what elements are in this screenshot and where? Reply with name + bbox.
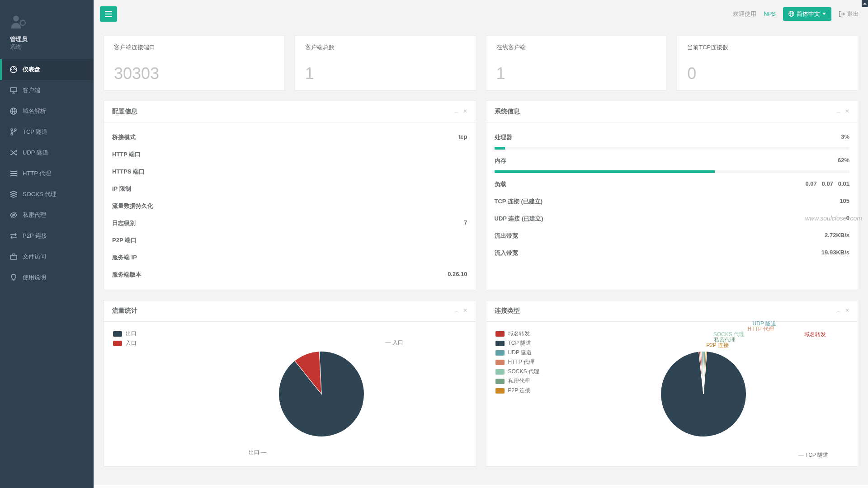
nav-item-7[interactable]: 私密代理 [0,205,94,225]
legend-label: 出口 [126,330,137,338]
svg-rect-10 [10,255,17,259]
config-row: 桥接模式tcp [112,129,467,146]
pie-label-tcp: — TCP 隧道 [798,451,828,459]
toggle-sidebar-button[interactable] [100,6,117,22]
nav-item-0[interactable]: 仪表盘 [0,59,94,80]
legend-item[interactable]: 出口 [113,329,172,338]
legend-item[interactable]: SOCKS 代理 [495,367,554,376]
globe-icon [788,11,794,17]
legend-swatch [113,341,122,346]
legend-swatch [495,341,505,346]
globe-icon [10,108,17,115]
svg-point-7 [14,129,16,131]
stat-label: 客户端连接端口 [114,43,274,52]
config-row: 流量数据持久化 [112,197,467,215]
nav-item-label: 文件访问 [23,253,46,261]
legend-label: HTTP 代理 [508,358,534,366]
logout-label: 退出 [847,10,859,18]
svg-rect-3 [10,88,17,92]
nav-item-label: UDP 隧道 [23,149,48,157]
nav-item-label: 仪表盘 [23,66,40,74]
layers-icon [10,191,17,198]
config-key: IP 限制 [112,185,131,193]
config-key: P2P 端口 [112,236,137,244]
pie-label-in: — 入口 [385,339,403,347]
conn-panel: 连接类型 ︿✕ 域名转发TCP 隧道UDP 隧道HTTP 代理SOCKS 代理私… [486,300,859,467]
briefcase-icon [10,253,17,260]
config-row: HTTPS 端口 [112,163,467,180]
system-panel-title: 系统信息 [495,108,520,116]
brand-link[interactable]: NPS [764,10,776,17]
dashboard-icon [10,66,17,73]
legend-swatch [495,379,505,384]
legend-label: 入口 [126,339,137,347]
scroll-top-button[interactable] [862,0,868,7]
mem-row: 内存62% [495,152,850,169]
nav-item-10[interactable]: 使用说明 [0,267,94,288]
language-button[interactable]: 简体中文 [783,7,831,21]
close-icon[interactable]: ✕ [845,108,849,116]
stat-label: 当前TCP连接数 [687,43,848,52]
nav-item-8[interactable]: P2P 连接 [0,225,94,246]
welcome-text: 欢迎使用 [733,10,756,18]
legend-item[interactable]: TCP 隧道 [495,338,554,348]
config-value: 0.26.10 [448,271,467,279]
nav-item-9[interactable]: 文件访问 [0,246,94,267]
svg-point-6 [11,129,13,131]
cpu-bar [495,147,850,150]
nav-item-label: 客户端 [23,86,40,94]
logout-button[interactable]: 退出 [839,10,859,18]
collapse-icon[interactable]: ︿ [454,307,459,315]
legend-item[interactable]: UDP 隧道 [495,348,554,357]
caret-down-icon [822,13,826,15]
system-panel: 系统信息 ︿✕ 处理器3%内存62%负载0.07 0.07 0.01TCP 连接… [486,101,859,290]
system-row: 流出带宽2.72KB/s [495,227,850,244]
config-key: 日志级别 [112,219,136,227]
legend-label: TCP 隧道 [508,339,531,347]
legend-swatch [113,331,122,337]
footer: 版权所有 NPS © 2018-2020 更多说明 进入 [94,485,868,488]
nav-item-3[interactable]: TCP 隧道 [0,122,94,142]
profile-block: 管理员 系统 [0,0,94,59]
close-icon[interactable]: ✕ [845,307,849,315]
config-row: 服务端版本0.26.10 [112,266,467,283]
config-panel: 配置信息 ︿✕ 桥接模式tcpHTTP 端口HTTPS 端口IP 限制流量数据持… [104,101,476,290]
mem-bar [495,170,850,173]
nav-item-6[interactable]: SOCKS 代理 [0,184,94,205]
config-row: P2P 端口 [112,232,467,249]
svg-point-0 [13,16,19,22]
nav-item-2[interactable]: 域名解析 [0,101,94,122]
legend-label: P2P 连接 [508,387,531,394]
legend-item[interactable]: 私密代理 [495,376,554,386]
collapse-icon[interactable]: ︿ [454,108,459,116]
collapse-icon[interactable]: ︿ [836,307,841,315]
legend-item[interactable]: P2P 连接 [495,386,554,395]
config-key: 服务端 IP [112,253,137,262]
close-icon[interactable]: ✕ [463,307,467,315]
traffic-panel-title: 流量统计 [112,307,137,315]
nav-item-label: 域名解析 [23,107,46,115]
stat-card-3: 当前TCP连接数0 [677,36,858,91]
cpu-row: 处理器3% [495,129,850,146]
branch-icon [10,128,17,136]
legend-item[interactable]: HTTP 代理 [495,357,554,367]
pie-label-domain: 域名转发 [804,331,826,338]
close-icon[interactable]: ✕ [463,108,467,116]
config-value: 7 [464,219,467,227]
collapse-icon[interactable]: ︿ [836,108,841,116]
nav-item-label: SOCKS 代理 [23,190,57,198]
nav-item-5[interactable]: HTTP 代理 [0,163,94,184]
traffic-panel: 流量统计 ︿✕ 出口入口 — 入口 出口 — [104,300,476,467]
nav-item-1[interactable]: 客户端 [0,80,94,101]
stat-value: 1 [305,64,466,83]
config-row: IP 限制 [112,180,467,197]
legend-item[interactable]: 入口 [113,338,172,348]
stat-value: 30303 [114,64,274,83]
nav-item-label: 私密代理 [23,211,46,219]
pie-label-p2p: P2P 连接 [706,342,729,349]
legend-item[interactable]: 域名转发 [495,329,554,338]
nav-item-4[interactable]: UDP 隧道 [0,142,94,163]
exchange-icon [10,232,17,239]
legend-label: 域名转发 [508,330,530,338]
eyeoff-icon [10,211,17,219]
